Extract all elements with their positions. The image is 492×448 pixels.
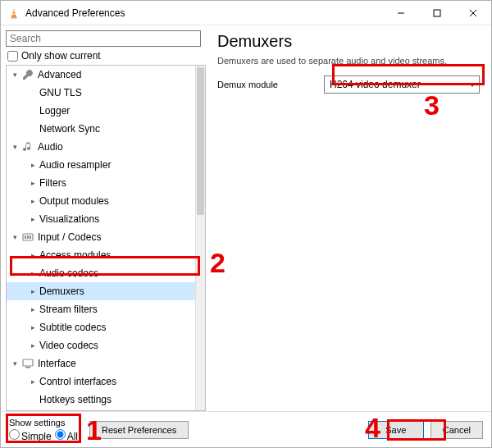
chevron-right-icon: ▸ (28, 286, 38, 296)
tree-node-visualizations[interactable]: ▸Visualizations (7, 210, 195, 228)
tree-container: ▾ Advanced ▸GNU TLS ▸Logger ▸Network Syn… (6, 65, 206, 411)
interface-icon (21, 357, 34, 370)
tree-label: Audio codecs (39, 267, 98, 279)
chevron-right-icon: ▸ (28, 196, 38, 206)
tree-label: Demuxers (39, 286, 84, 297)
svg-rect-5 (434, 10, 440, 16)
tree-node-audio[interactable]: ▾ Audio (7, 138, 195, 156)
tree-node-streamfilters[interactable]: ▸Stream filters (7, 300, 195, 318)
reset-preferences-button[interactable]: Reset Preferences (89, 421, 189, 439)
page-description: Demuxers are used to separate audio and … (217, 56, 480, 66)
tree-label: Interface (38, 358, 76, 369)
window: Advanced Preferences Only show current ▾… (0, 0, 492, 448)
tree-node-networksync[interactable]: ▸Network Sync (7, 120, 195, 138)
radio-simple[interactable]: Simple (9, 429, 52, 442)
tree-node-interface[interactable]: ▾ Interface (7, 354, 195, 373)
svg-rect-1 (11, 17, 17, 19)
tree-node-logger[interactable]: ▸Logger (7, 102, 195, 120)
tree-label: Stream filters (39, 304, 98, 315)
tree-label: Network Sync (39, 123, 100, 135)
tree-node-advanced[interactable]: ▾ Advanced (7, 66, 195, 84)
tree-label: Audio resampler (39, 159, 111, 171)
demux-module-label: Demux module (217, 80, 324, 89)
radio-all-input[interactable] (55, 429, 66, 440)
right-panel: Demuxers Demuxers are used to separate a… (206, 25, 491, 411)
tree-node-inputcodecs[interactable]: ▾ Input / Codecs (7, 228, 195, 246)
maximize-button[interactable] (419, 2, 455, 25)
tree-node-videocodecs[interactable]: ▸Video codecs (7, 336, 195, 354)
demux-module-combobox[interactable]: H264 video demuxer ▼ (324, 75, 480, 94)
tree-label: Control interfaces (39, 376, 116, 387)
tree-node-hotkeyssettings[interactable]: ▸Hotkeys settings (7, 391, 195, 409)
only-show-current-checkbox[interactable] (7, 51, 18, 62)
demux-module-row: Demux module H264 video demuxer ▼ (217, 75, 480, 94)
chevron-down-icon: ▾ (10, 232, 20, 242)
svg-rect-13 (25, 367, 30, 368)
show-settings-group: Show settings Simple All (9, 418, 78, 442)
chevron-right-icon: ▸ (28, 322, 38, 332)
svg-rect-2 (12, 11, 16, 11)
tree-node-accessmodules[interactable]: ▸Access modules (7, 246, 195, 264)
radio-simple-input[interactable] (9, 429, 20, 440)
svg-marker-0 (11, 8, 16, 17)
tree-node-audioresampler[interactable]: ▸Audio resampler (7, 156, 195, 174)
tree-node-controlinterfaces[interactable]: ▸Control interfaces (7, 373, 195, 391)
chevron-down-icon: ▼ (469, 81, 476, 89)
window-title: Advanced Preferences (25, 7, 383, 19)
combobox-value: H264 video demuxer (330, 79, 421, 90)
chevron-right-icon: ▸ (28, 160, 38, 170)
tree-scrollbar[interactable] (195, 66, 205, 410)
svg-rect-12 (23, 359, 33, 366)
chevron-right-icon: ▸ (28, 250, 38, 260)
vlc-cone-icon (7, 7, 20, 20)
tree-label: Input / Codecs (38, 231, 101, 243)
show-settings-label: Show settings (9, 418, 78, 427)
radio-all[interactable]: All (55, 429, 78, 442)
tree-label: Advanced (38, 69, 81, 80)
svg-rect-9 (25, 235, 26, 239)
tree-node-gnutls[interactable]: ▸GNU TLS (7, 84, 195, 102)
tree-node-subtitlecodecs[interactable]: ▸Subtitle codecs (7, 318, 195, 336)
tree-label: Video codecs (39, 340, 98, 351)
tree: ▾ Advanced ▸GNU TLS ▸Logger ▸Network Syn… (7, 66, 195, 410)
footer: Show settings Simple All Reset Preferenc… (1, 411, 491, 447)
chevron-right-icon: ▸ (28, 178, 38, 188)
search-input[interactable] (6, 30, 201, 47)
chevron-right-icon: ▸ (28, 214, 38, 224)
close-button[interactable] (455, 2, 491, 25)
tree-node-outputmodules[interactable]: ▸Output modules (7, 192, 195, 210)
tree-label: Audio (38, 141, 63, 153)
cancel-button[interactable]: Cancel (430, 421, 483, 439)
tree-label: Filters (39, 177, 66, 189)
chevron-right-icon: ▸ (28, 304, 38, 314)
svg-rect-3 (12, 13, 16, 14)
page-title: Demuxers (217, 32, 480, 51)
left-panel: Only show current ▾ Advanced ▸GNU TLS ▸L… (1, 25, 206, 411)
tree-label: Access modules (39, 249, 111, 261)
chevron-right-icon: ▸ (28, 268, 38, 278)
only-show-current-row[interactable]: Only show current (6, 50, 206, 62)
codec-icon (21, 231, 34, 244)
wrench-icon (21, 68, 34, 81)
chevron-down-icon: ▾ (10, 142, 20, 152)
tree-node-demuxers[interactable]: ▸Demuxers (7, 282, 195, 300)
audio-icon (21, 140, 34, 153)
tree-node-audiocodecs[interactable]: ▸Audio codecs (7, 264, 195, 282)
svg-rect-11 (30, 235, 31, 239)
tree-node-filters[interactable]: ▸Filters (7, 174, 195, 192)
save-button[interactable]: Save (368, 421, 424, 439)
tree-label: Visualizations (39, 213, 99, 225)
minimize-button[interactable] (383, 2, 419, 25)
chevron-down-icon: ▾ (10, 70, 20, 80)
titlebar: Advanced Preferences (1, 1, 491, 25)
scrollbar-thumb[interactable] (197, 67, 204, 215)
tree-label: Hotkeys settings (39, 394, 112, 405)
tree-node-maininterfaces[interactable]: ▸Main interfaces (7, 409, 195, 410)
chevron-right-icon: ▸ (28, 341, 38, 350)
tree-label: Subtitle codecs (39, 322, 106, 333)
svg-rect-10 (27, 235, 29, 239)
chevron-right-icon: ▸ (28, 377, 38, 386)
tree-label: GNU TLS (39, 87, 82, 98)
body: Only show current ▾ Advanced ▸GNU TLS ▸L… (1, 25, 491, 411)
tree-label: Logger (39, 105, 70, 117)
